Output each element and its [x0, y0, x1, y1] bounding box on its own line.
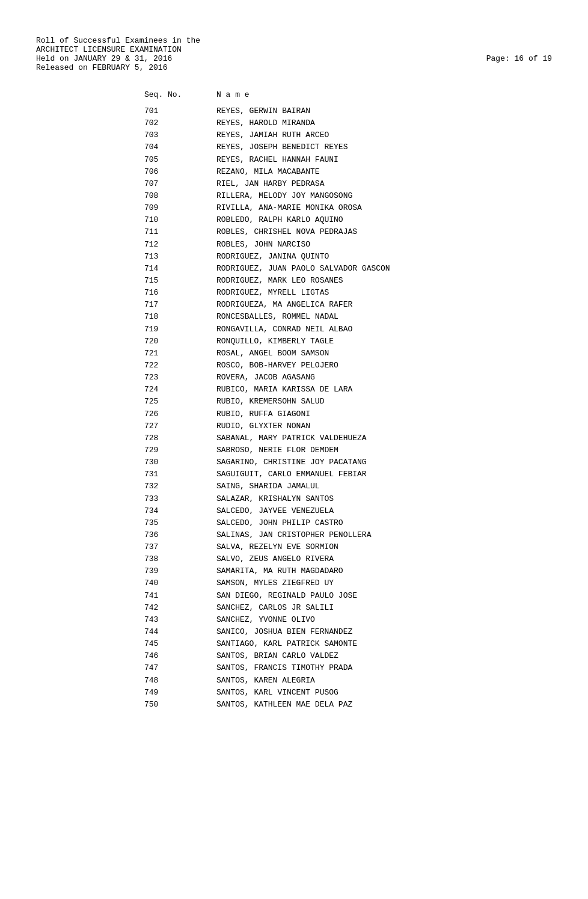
header-right: Page: 16 of 19 — [486, 54, 552, 63]
examinee-name: REYES, JOSEPH BENEDICT REYES — [216, 141, 517, 153]
seq-number: 744 — [144, 626, 216, 638]
examinee-name: RODRIGUEZ, JUAN PAOLO SALVADOR GASCON — [216, 263, 517, 275]
table-row: 724RUBICO, MARIA KARISSA DE LARA — [36, 384, 552, 396]
page-header: Roll of Successful Examinees in the ARCH… — [36, 36, 552, 72]
examinee-name: SALVA, REZELYN EVE SORMION — [216, 541, 517, 553]
examinee-name: SALVO, ZEUS ANGELO RIVERA — [216, 553, 517, 565]
examinee-name: ROBLEDO, RALPH KARLO AQUINO — [216, 214, 517, 226]
examinee-name: SANTOS, KAREN ALEGRIA — [216, 675, 517, 687]
table-row: 719RONGAVILLA, CONRAD NEIL ALBAO — [36, 324, 552, 336]
seq-number: 707 — [144, 178, 216, 190]
examinee-name: SABROSO, NERIE FLOR DEMDEM — [216, 444, 517, 456]
examinee-name: SALAZAR, KRISHALYN SANTOS — [216, 493, 517, 505]
examinee-name: REYES, GERWIN BAIRAN — [216, 105, 517, 117]
seq-number: 749 — [144, 687, 216, 699]
table-row: 739SAMARITA, MA RUTH MAGDADARO — [36, 565, 552, 577]
examinee-name: RODRIGUEZ, JANINA QUINTO — [216, 251, 517, 263]
seq-number: 743 — [144, 614, 216, 626]
seq-number: 745 — [144, 638, 216, 650]
examinee-name: RIVILLA, ANA-MARIE MONIKA OROSA — [216, 202, 517, 214]
table-row: 748SANTOS, KAREN ALEGRIA — [36, 675, 552, 687]
table-row: 723ROVERA, JACOB AGASANG — [36, 372, 552, 384]
table-row: 733SALAZAR, KRISHALYN SANTOS — [36, 493, 552, 505]
table-row: 720RONQUILLO, KIMBERLY TAGLE — [36, 336, 552, 348]
page-label: Page: — [486, 54, 510, 63]
examinee-name: SAING, SHARIDA JAMALUL — [216, 480, 517, 492]
examinee-name: REYES, HAROLD MIRANDA — [216, 117, 517, 129]
seq-number: 747 — [144, 662, 216, 674]
examinee-name: SANTOS, KATHLEEN MAE DELA PAZ — [216, 699, 517, 711]
table-row: 731SAGUIGUIT, CARLO EMMANUEL FEBIAR — [36, 468, 552, 480]
table-row: 715RODRIGUEZ, MARK LEO ROSANES — [36, 275, 552, 287]
examinee-name: SANCHEZ, CARLOS JR SALILI — [216, 602, 517, 614]
seq-number: 734 — [144, 505, 216, 517]
table-row: 707RIEL, JAN HARBY PEDRASA — [36, 178, 552, 190]
seq-number: 746 — [144, 650, 216, 662]
examinee-name: RODRIGUEZ, MYRELL LIGTAS — [216, 287, 517, 299]
seq-number: 702 — [144, 117, 216, 129]
table-row: 742SANCHEZ, CARLOS JR SALILI — [36, 602, 552, 614]
seq-number: 712 — [144, 239, 216, 251]
examinee-name: SAGARINO, CHRISTINE JOY PACATANG — [216, 456, 517, 468]
seq-number: 715 — [144, 275, 216, 287]
examinee-name: ROBLES, CHRISHEL NOVA PEDRAJAS — [216, 226, 517, 238]
examinee-name: SALCEDO, JOHN PHILIP CASTRO — [216, 517, 517, 529]
seq-number: 750 — [144, 699, 216, 711]
seq-number: 740 — [144, 577, 216, 589]
examinee-name: SAMSON, MYLES ZIEGFRED UY — [216, 577, 517, 589]
table-row: 716RODRIGUEZ, MYRELL LIGTAS — [36, 287, 552, 299]
examinee-name: RODRIGUEZA, MA ANGELICA RAFER — [216, 299, 517, 311]
examinee-name: REZANO, MILA MACABANTE — [216, 166, 517, 178]
seq-number: 725 — [144, 396, 216, 408]
examinee-name: RUBIO, RUFFA GIAGONI — [216, 408, 517, 420]
examinee-name: REYES, RACHEL HANNAH FAUNI — [216, 154, 517, 166]
examinee-name: SALINAS, JAN CRISTOPHER PENOLLERA — [216, 529, 517, 541]
table-row: 709RIVILLA, ANA-MARIE MONIKA OROSA — [36, 202, 552, 214]
seq-number: 717 — [144, 299, 216, 311]
table-row: 712ROBLES, JOHN NARCISO — [36, 239, 552, 251]
table-row: 735SALCEDO, JOHN PHILIP CASTRO — [36, 517, 552, 529]
table-row: 718RONCESBALLES, ROMMEL NADAL — [36, 311, 552, 323]
examinee-name: SAGUIGUIT, CARLO EMMANUEL FEBIAR — [216, 468, 517, 480]
examinee-name: SALCEDO, JAYVEE VENEZUELA — [216, 505, 517, 517]
table-row: 703REYES, JAMIAH RUTH ARCEO — [36, 129, 552, 141]
examinee-name: SAN DIEGO, REGINALD PAULO JOSE — [216, 590, 517, 602]
seq-number: 736 — [144, 529, 216, 541]
table-row: 704REYES, JOSEPH BENEDICT REYES — [36, 141, 552, 153]
seq-number: 732 — [144, 480, 216, 492]
table-row: 747SANTOS, FRANCIS TIMOTHY PRADA — [36, 662, 552, 674]
seq-number: 742 — [144, 602, 216, 614]
col-seq-header: Seq. No. — [144, 90, 216, 99]
examinee-name: SANTOS, KARL VINCENT PUSOG — [216, 687, 517, 699]
examinee-name: SAMARITA, MA RUTH MAGDADARO — [216, 565, 517, 577]
table-row: 744SANICO, JOSHUA BIEN FERNANDEZ — [36, 626, 552, 638]
table-row: 749SANTOS, KARL VINCENT PUSOG — [36, 687, 552, 699]
table-row: 710ROBLEDO, RALPH KARLO AQUINO — [36, 214, 552, 226]
seq-number: 729 — [144, 444, 216, 456]
seq-number: 721 — [144, 348, 216, 360]
table-row: 726RUBIO, RUFFA GIAGONI — [36, 408, 552, 420]
seq-number: 706 — [144, 166, 216, 178]
examinee-name: ROSAL, ANGEL BOOM SAMSON — [216, 348, 517, 360]
header-line4: Released on FEBRUARY 5, 2016 — [36, 63, 200, 72]
table-row: 711ROBLES, CHRISHEL NOVA PEDRAJAS — [36, 226, 552, 238]
table-row: 713RODRIGUEZ, JANINA QUINTO — [36, 251, 552, 263]
seq-number: 711 — [144, 226, 216, 238]
table-header: Seq. No. N a m e — [36, 90, 552, 99]
table-row: 708RILLERA, MELODY JOY MANGOSONG — [36, 190, 552, 202]
seq-number: 737 — [144, 541, 216, 553]
seq-number: 730 — [144, 456, 216, 468]
table-row: 722ROSCO, BOB-HARVEY PELOJERO — [36, 360, 552, 372]
seq-number: 720 — [144, 336, 216, 348]
table-row: 714RODRIGUEZ, JUAN PAOLO SALVADOR GASCON — [36, 263, 552, 275]
seq-number: 739 — [144, 565, 216, 577]
table-row: 728SABANAL, MARY PATRICK VALDEHUEZA — [36, 432, 552, 444]
table-row: 729SABROSO, NERIE FLOR DEMDEM — [36, 444, 552, 456]
seq-number: 728 — [144, 432, 216, 444]
seq-number: 704 — [144, 141, 216, 153]
header-left: Roll of Successful Examinees in the ARCH… — [36, 36, 200, 72]
table-row: 717RODRIGUEZA, MA ANGELICA RAFER — [36, 299, 552, 311]
seq-number: 714 — [144, 263, 216, 275]
table-row: 725RUBIO, KREMERSOHN SALUD — [36, 396, 552, 408]
examinee-name: SANTOS, BRIAN CARLO VALDEZ — [216, 650, 517, 662]
